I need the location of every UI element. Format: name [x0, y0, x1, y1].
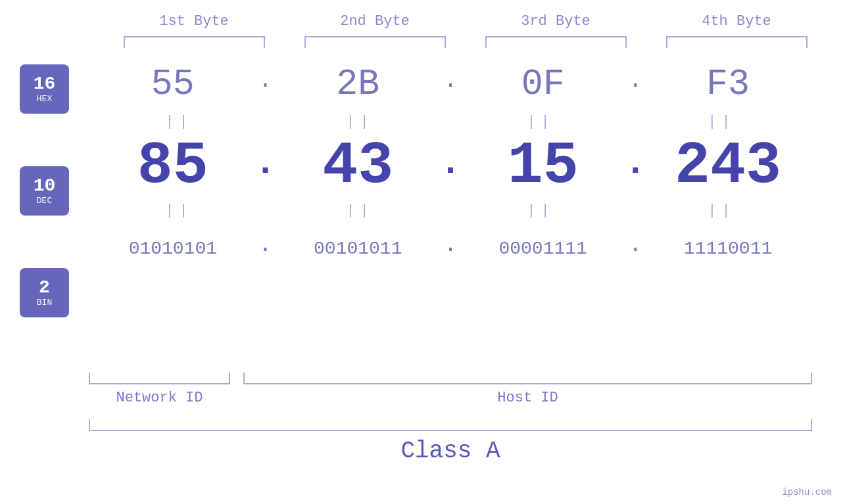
bracket-top-3	[485, 36, 627, 48]
dec-row: 85 . 43 . 15 . 243	[89, 133, 812, 199]
bin-dot-3: .	[622, 232, 648, 265]
bin-badge-label: BIN	[37, 298, 52, 308]
hex-val-3: 0F	[468, 64, 619, 105]
dec-val-4: 243	[652, 133, 804, 200]
div2-1: ||	[104, 202, 255, 219]
dec-val-1: 85	[97, 133, 249, 200]
bin-dot-2: .	[437, 232, 464, 265]
bin-row: 01010101 . 00101011 . 00001111 .	[89, 222, 812, 275]
bracket-host	[243, 373, 812, 384]
hex-val-1: 55	[97, 64, 249, 105]
bin-val-3: 00001111	[468, 239, 619, 259]
hex-dot-1: .	[253, 68, 279, 101]
byte1-header: 1st Byte	[118, 13, 270, 30]
div1-1: ||	[104, 114, 255, 130]
divider-row-1: || || || ||	[89, 110, 812, 133]
top-brackets	[104, 36, 827, 48]
dec-val-2: 43	[282, 133, 433, 200]
div2-4: ||	[646, 202, 798, 219]
bin-val-4: 11110011	[652, 239, 804, 259]
dec-dot-3: .	[622, 143, 648, 191]
badges-column: 16 HEX 10 DEC 2 BIN	[0, 58, 89, 317]
bottom-section: Network ID Host ID Class A	[89, 373, 819, 465]
class-label: Class A	[400, 438, 500, 465]
id-labels-row: Network ID Host ID	[89, 390, 812, 406]
watermark: ipshu.com	[782, 487, 832, 497]
hex-dot-3: .	[622, 68, 648, 101]
div1-3: ||	[466, 114, 617, 130]
bin-badge: 2 BIN	[20, 268, 69, 317]
hex-badge-label: HEX	[37, 94, 52, 104]
main-container: 1st Byte 2nd Byte 3rd Byte 4th Byte 16 H…	[0, 0, 845, 504]
hex-badge: 16 HEX	[20, 64, 69, 114]
content-area: 16 HEX 10 DEC 2 BIN 55 .	[0, 58, 845, 317]
bracket-network	[89, 373, 230, 384]
values-grid: 55 . 2B . 0F . F3	[89, 58, 845, 317]
hex-val-4: F3	[652, 64, 804, 105]
class-bracket-row	[89, 419, 812, 431]
dec-val-3: 15	[468, 133, 619, 200]
bin-dot-1: .	[253, 232, 279, 265]
hex-dot-2: .	[437, 68, 464, 101]
div1-2: ||	[285, 114, 436, 130]
byte4-header: 4th Byte	[661, 13, 812, 30]
div2-2: ||	[285, 202, 436, 219]
bracket-top-2	[304, 36, 446, 48]
div1-4: ||	[646, 114, 798, 130]
dec-badge: 10 DEC	[20, 166, 69, 216]
dec-dot-1: .	[253, 143, 279, 191]
divider-row-2: || || || ||	[89, 199, 812, 222]
class-bracket	[89, 419, 812, 431]
byte2-header: 2nd Byte	[299, 13, 450, 30]
bracket-top-4	[666, 36, 808, 48]
class-label-row: Class A	[89, 438, 812, 465]
bin-val-1: 01010101	[97, 239, 249, 259]
dec-dot-2: .	[437, 143, 464, 191]
hex-val-2: 2B	[282, 64, 433, 105]
bracket-top-1	[124, 36, 265, 48]
byte3-header: 3rd Byte	[480, 13, 631, 30]
bin-val-2: 00101011	[282, 239, 433, 259]
byte-headers: 1st Byte 2nd Byte 3rd Byte 4th Byte	[104, 13, 827, 30]
bottom-brackets-row	[89, 373, 812, 384]
network-id-label: Network ID	[89, 390, 230, 406]
hex-row: 55 . 2B . 0F . F3	[89, 58, 812, 110]
host-id-label: Host ID	[243, 390, 812, 406]
dec-badge-label: DEC	[37, 196, 52, 206]
div2-3: ||	[466, 202, 617, 219]
hex-badge-number: 16	[34, 74, 56, 95]
bin-badge-number: 2	[39, 278, 50, 298]
dec-badge-number: 10	[34, 176, 56, 196]
